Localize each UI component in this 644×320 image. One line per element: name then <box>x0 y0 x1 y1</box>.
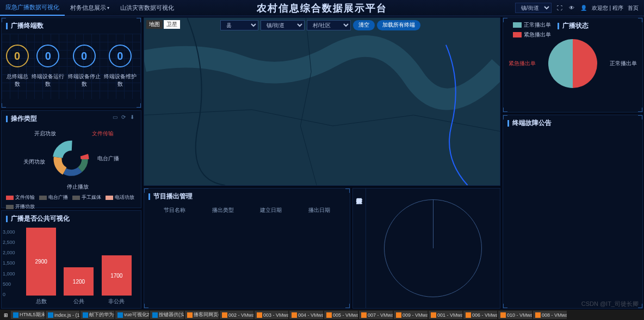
stat-running: 0终端设备运行数 <box>30 45 66 88</box>
home-link[interactable]: 首页 <box>628 4 639 12</box>
page-title: 农村信息综合数据展示平台 <box>257 2 387 15</box>
task-item[interactable]: 004 - VMware ... <box>289 311 323 319</box>
start-icon[interactable]: ⊞ <box>2 311 10 319</box>
welcome-text: 欢迎您 | 程序 <box>592 4 623 12</box>
bar-chart: 3,0002,5002,0001,5001,0005000 2900总数 120… <box>2 227 141 308</box>
task-item[interactable]: 002 - VMware ... <box>220 311 253 319</box>
operation-type-panel: 操作类型 ▭ ⟳ ⬇ 开启功放 文件传输 关闭功放 电台广播 停止播放 <box>1 110 141 208</box>
user-icon: 👤 <box>580 4 587 12</box>
task-item[interactable]: 010 - VMware ... <box>498 311 532 319</box>
op-legend: 文件传输 电台广播 手工媒体 电话功放 开播功放 <box>2 192 141 212</box>
nav-tabs: 应急广播数据可视化 村务信息展示▾ 山洪灾害数据可视化 <box>0 0 179 16</box>
fullscreen-icon[interactable]: ⛶ <box>556 4 564 12</box>
task-item[interactable]: 005 - VMware ... <box>324 311 358 319</box>
clear-button[interactable]: 清空 <box>353 20 375 30</box>
duration-title: 各时长广播数 <box>353 189 366 308</box>
stat-stopped: 0终端设备停止数 <box>66 45 102 88</box>
stat-total: 0总终端总数 <box>4 45 30 88</box>
task-item[interactable]: 献下的华为云文章 <box>81 311 114 319</box>
pie-chart: 紧急播出单 正常播出单 <box>503 34 642 93</box>
duration-chart <box>366 189 500 308</box>
task-item[interactable]: 008 - VMware ... <box>533 311 567 319</box>
task-item[interactable]: 播客同网页(2) <box>185 311 219 319</box>
header-right: 镇/街道 ⛶ 👁 👤 欢迎您 | 程序 首页 <box>515 3 644 13</box>
download-icon[interactable]: ⬇ <box>130 114 137 121</box>
fault-title: 终端故障公告 <box>503 115 642 131</box>
task-item[interactable]: 按键器供(实版)-5... <box>150 311 184 319</box>
map-panel: 地图 卫星 县 镇/街道 村/社区 清空 加载所有终端 <box>144 17 500 186</box>
header: 应急广播数据可视化 村务信息展示▾ 山洪灾害数据可视化 农村信息综合数据展示平台… <box>0 0 644 16</box>
fault-panel: 终端故障公告 <box>503 115 643 309</box>
public-title: 广播是否公共可视化 <box>2 211 141 227</box>
map-surface[interactable] <box>144 18 500 185</box>
region-select[interactable]: 镇/街道 <box>515 3 552 13</box>
taskbar: ⊞ HTML5期末大...index.js - (17)V...献下的华为云文章… <box>0 310 644 320</box>
nav-tab-emergency[interactable]: 应急广播数据可视化 <box>0 0 65 16</box>
task-item[interactable]: vue可视化20款... <box>115 311 149 319</box>
task-item[interactable]: index.js - (17)V... <box>46 311 79 319</box>
load-all-button[interactable]: 加载所有终端 <box>377 20 420 30</box>
status-panel: 广播状态 正常播出单 紧急播出单 紧急播出单 正常播出单 <box>503 17 643 112</box>
program-panel: 节目播出管理 节目名称播出类型建立日期播出日期 <box>144 188 350 309</box>
task-item[interactable]: 009 - VMware ... <box>394 311 428 319</box>
terminal-title: 广播终端数 <box>2 18 141 34</box>
task-item[interactable]: 007 - VMware ... <box>359 311 393 319</box>
task-item[interactable]: 006 - VMware ... <box>463 311 497 319</box>
select-village[interactable]: 村/社区 <box>307 20 351 30</box>
task-item[interactable]: 003 - VMware ... <box>255 311 288 319</box>
stat-maint: 0终端设备维护数 <box>102 45 138 88</box>
donut-chart: 开启功放 文件传输 关闭功放 电台广播 停止播放 <box>2 127 141 192</box>
program-title: 节目播出管理 <box>144 189 350 204</box>
public-panel: 广播是否公共可视化 3,0002,5002,0001,5001,0005000 … <box>1 210 141 309</box>
task-item[interactable]: HTML5期末大... <box>11 311 45 319</box>
terminal-panel: 广播终端数 0总终端总数 0终端设备运行数 0终端设备停止数 0终端设备维护数 <box>1 17 141 108</box>
watermark: CSDN @IT_司徒长卿 <box>581 300 639 308</box>
task-item[interactable]: 001 - VMware ... <box>429 311 462 319</box>
select-town[interactable]: 镇/街道 <box>261 20 305 30</box>
chevron-down-icon: ▾ <box>107 5 109 10</box>
select-county[interactable]: 县 <box>220 20 258 30</box>
data-view-icon[interactable]: ▭ <box>113 114 119 121</box>
nav-tab-village[interactable]: 村务信息展示▾ <box>65 0 115 16</box>
table-header: 节目名称播出类型建立日期播出日期 <box>144 204 350 216</box>
eye-icon[interactable]: 👁 <box>568 4 575 12</box>
nav-tab-flood[interactable]: 山洪灾害数据可视化 <box>115 0 179 16</box>
refresh-icon[interactable]: ⟳ <box>121 114 128 121</box>
map-mode-sat[interactable]: 卫星 <box>164 20 180 29</box>
map-mode-map[interactable]: 地图 <box>146 20 163 29</box>
duration-panel: 各时长广播数 <box>352 188 500 309</box>
